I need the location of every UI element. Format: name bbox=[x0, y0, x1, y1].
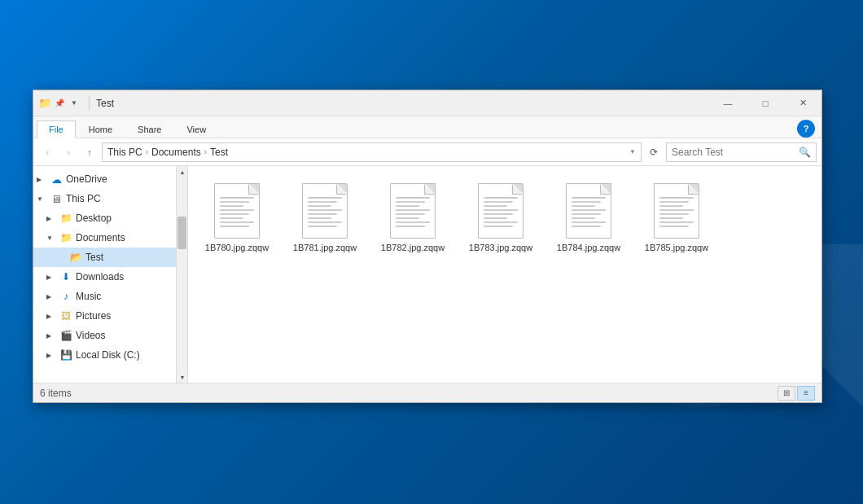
sidebar-item-test[interactable]: 📂 Test bbox=[33, 248, 176, 267]
doc-line bbox=[484, 197, 518, 199]
expand-arrow-music: ▶ bbox=[46, 293, 56, 300]
sidebar-item-onedrive[interactable]: ▶ ☁ OneDrive bbox=[33, 169, 176, 189]
doc-line bbox=[572, 217, 595, 219]
minimize-button[interactable]: — bbox=[709, 90, 747, 116]
file-item[interactable]: 1B781.jpg.zqqw bbox=[284, 174, 366, 259]
help-button[interactable]: ? bbox=[797, 120, 815, 138]
tab-view[interactable]: View bbox=[174, 121, 218, 138]
tab-file[interactable]: File bbox=[37, 121, 76, 138]
search-input[interactable] bbox=[672, 147, 795, 158]
sidebar-item-localdisk[interactable]: ▶ 💾 Local Disk (C:) bbox=[33, 345, 176, 365]
doc-line bbox=[396, 226, 425, 227]
sidebar-item-music[interactable]: ▶ ♪ Music bbox=[33, 287, 176, 306]
bc-sep-2: › bbox=[204, 147, 207, 156]
up-button[interactable]: ↑ bbox=[81, 143, 99, 161]
scroll-thumb[interactable] bbox=[177, 217, 186, 249]
item-count: 6 items bbox=[40, 388, 778, 399]
grid-view-button[interactable]: ⊞ bbox=[778, 386, 795, 401]
expand-arrow-desktop: ▶ bbox=[46, 215, 56, 222]
breadcrumb: This PC › Documents › Test bbox=[107, 147, 626, 158]
doc-line bbox=[396, 221, 430, 223]
maximize-button[interactable]: □ bbox=[747, 90, 784, 116]
file-icon-wrapper bbox=[211, 180, 263, 239]
doc-line bbox=[308, 221, 342, 223]
search-box[interactable]: 🔍 bbox=[666, 142, 817, 162]
sidebar-label-desktop: Desktop bbox=[76, 213, 112, 224]
localdisk-icon: 💾 bbox=[59, 348, 72, 362]
doc-line bbox=[659, 226, 689, 227]
file-item[interactable]: 1B782.jpg.zqqw bbox=[372, 174, 453, 259]
music-icon: ♪ bbox=[59, 290, 72, 303]
doc-line bbox=[572, 226, 601, 227]
window-title: Test bbox=[93, 98, 709, 109]
sidebar-item-videos[interactable]: ▶ 🎬 Videos bbox=[33, 326, 176, 345]
doc-lines bbox=[572, 197, 606, 227]
window-controls: — □ ✕ bbox=[709, 90, 821, 116]
file-icon-wrapper bbox=[651, 180, 703, 239]
doc-line bbox=[308, 213, 337, 215]
forward-button[interactable]: › bbox=[59, 143, 77, 161]
refresh-button[interactable]: ⟳ bbox=[645, 143, 663, 161]
sidebar-item-documents[interactable]: ▼ 📁 Documents bbox=[33, 228, 176, 248]
doc-line bbox=[220, 217, 243, 219]
list-view-button[interactable]: ≡ bbox=[797, 386, 815, 401]
doc-line bbox=[308, 226, 337, 227]
scroll-down-button[interactable]: ▼ bbox=[177, 371, 188, 383]
sidebar-label-music: Music bbox=[76, 291, 101, 302]
doc-line bbox=[572, 221, 606, 223]
file-item[interactable]: 1B784.jpg.zqqw bbox=[548, 174, 629, 259]
title-bar-dropdown-icon[interactable]: ▼ bbox=[68, 97, 81, 110]
tab-share[interactable]: Share bbox=[125, 121, 173, 138]
doc-line bbox=[572, 205, 595, 207]
sidebar-item-pictures[interactable]: ▶ 🖼 Pictures bbox=[33, 306, 176, 326]
file-item[interactable]: 1B783.jpg.zqqw bbox=[460, 174, 541, 259]
file-item[interactable]: 1B780.jpg.zqqw bbox=[196, 174, 278, 259]
title-bar-icons: 📁 📌 ▼ bbox=[33, 97, 85, 110]
videos-icon: 🎬 bbox=[59, 329, 72, 342]
doc-lines bbox=[659, 197, 694, 227]
doc-line bbox=[396, 217, 419, 219]
sidebar-label-thispc: This PC bbox=[66, 193, 101, 204]
sidebar-item-desktop[interactable]: ▶ 📁 Desktop bbox=[33, 208, 176, 228]
address-dropdown-icon[interactable]: ▼ bbox=[629, 148, 636, 156]
doc-line bbox=[220, 205, 243, 207]
document-icon bbox=[390, 183, 436, 239]
sidebar-label-videos: Videos bbox=[76, 330, 105, 341]
doc-line bbox=[484, 209, 518, 211]
bc-documents[interactable]: Documents bbox=[151, 147, 201, 158]
doc-lines bbox=[220, 197, 254, 227]
expand-arrow-downloads: ▶ bbox=[46, 274, 56, 281]
close-button[interactable]: ✕ bbox=[784, 90, 821, 116]
bc-sep-1: › bbox=[146, 147, 148, 156]
bc-thispc[interactable]: This PC bbox=[107, 147, 142, 158]
doc-line bbox=[659, 217, 683, 219]
document-icon bbox=[566, 183, 611, 239]
quick-access-pin: 📌 bbox=[53, 97, 66, 110]
folder-icon: 📁 bbox=[38, 97, 51, 110]
onedrive-icon: ☁ bbox=[50, 173, 63, 186]
search-icon[interactable]: 🔍 bbox=[799, 147, 811, 158]
document-icon bbox=[478, 183, 523, 239]
tab-home[interactable]: Home bbox=[77, 121, 125, 138]
sidebar-label-test: Test bbox=[85, 252, 103, 263]
doc-line bbox=[659, 197, 694, 199]
doc-line bbox=[396, 197, 430, 199]
address-path[interactable]: This PC › Documents › Test ▼ bbox=[102, 142, 642, 162]
back-button[interactable]: ‹ bbox=[38, 143, 56, 161]
doc-lines bbox=[308, 197, 342, 227]
sidebar-item-downloads[interactable]: ▶ ⬇ Downloads bbox=[33, 267, 176, 287]
sidebar-items: ▶ ☁ OneDrive ▼ 🖥 This PC ▶ 📁 Desktop bbox=[33, 166, 176, 368]
expand-arrow-localdisk: ▶ bbox=[46, 352, 56, 359]
scroll-up-button[interactable]: ▲ bbox=[177, 166, 188, 177]
file-name: 1B784.jpg.zqqw bbox=[557, 242, 620, 253]
file-item[interactable]: 1B785.jpg.zqqw bbox=[636, 174, 717, 259]
doc-line bbox=[484, 221, 518, 223]
sidebar-item-thispc[interactable]: ▼ 🖥 This PC bbox=[33, 189, 176, 208]
sidebar-label-onedrive: OneDrive bbox=[66, 173, 107, 185]
bc-test[interactable]: Test bbox=[210, 147, 228, 158]
ribbon: File Home Share View ? bbox=[33, 116, 821, 138]
doc-line bbox=[659, 213, 689, 215]
file-name: 1B781.jpg.zqqw bbox=[293, 242, 357, 253]
file-area: 1B780.jpg.zqqw1B781.jpg.zqqw1B782.jpg.zq… bbox=[188, 166, 821, 383]
expand-arrow-thispc: ▼ bbox=[37, 195, 46, 203]
